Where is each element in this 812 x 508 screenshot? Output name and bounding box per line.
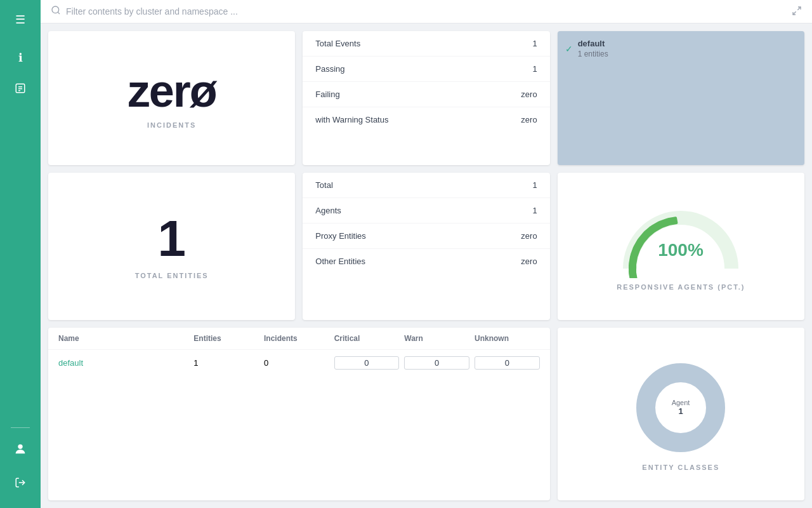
passing-label: Passing [315, 64, 344, 74]
dashboard: zerø INCIDENTS Total Events 1 Passing 1 … [41, 23, 812, 508]
table-row: Failing zero [303, 82, 549, 107]
user-avatar[interactable] [7, 436, 34, 465]
row-entities: 1 [193, 358, 259, 368]
proxy-label: Proxy Entities [315, 231, 365, 241]
namespace-entities: 1 entities [578, 50, 608, 58]
total-events-value: 1 [532, 39, 537, 48]
expand-icon[interactable] [792, 6, 802, 18]
gauge-chart: 100% [617, 202, 744, 278]
table-row: Total Events 1 [303, 31, 549, 57]
table-row: Agents 1 [303, 198, 549, 224]
sidebar-bottom [7, 422, 34, 500]
warning-value: zero [521, 115, 537, 124]
bottom-table-card: Name Entities Incidents Critical Warn Un… [48, 328, 550, 500]
svg-text:1: 1 [679, 406, 683, 416]
total-entities-number: 1 [157, 213, 186, 264]
entity-classes-card: Agent 1 ENTITY CLASSES [558, 328, 804, 500]
svg-line-9 [793, 11, 796, 15]
col-header-entities: Entities [193, 334, 259, 343]
incidents-label: INCIDENTS [147, 121, 196, 129]
row-unknown: 0 [475, 356, 540, 370]
svg-line-7 [58, 12, 60, 14]
row-critical: 0 [334, 356, 400, 370]
namespace-name: default [578, 39, 608, 48]
donut-chart: Agent 1 [630, 357, 731, 458]
total-entities-card: 1 TOTAL ENTITIES [48, 173, 295, 320]
row-name[interactable]: default [58, 358, 188, 368]
other-label: Other Entities [315, 257, 365, 266]
search-icon [51, 5, 61, 18]
namespace-item[interactable]: ✓ default 1 entities [565, 39, 797, 58]
incidents-card: zerø INCIDENTS [48, 31, 295, 165]
entity-breakdown-card: Total 1 Agents 1 Proxy Entities zero Oth… [303, 173, 549, 320]
namespace-info: default 1 entities [578, 39, 608, 58]
table-row: Total 1 [303, 173, 549, 198]
search-input[interactable] [66, 6, 787, 17]
col-header-incidents: Incidents [264, 334, 329, 343]
sidebar-divider [11, 427, 30, 428]
incidents-number: zerø [128, 68, 216, 114]
main-content: zerø INCIDENTS Total Events 1 Passing 1 … [41, 0, 812, 508]
responsive-agents-label: RESPONSIVE AGENTS (PCT.) [617, 283, 745, 291]
events-table-card: Total Events 1 Passing 1 Failing zero wi… [303, 31, 549, 165]
logout-icon[interactable] [8, 471, 32, 498]
row-incidents: 0 [264, 358, 329, 368]
svg-text:100%: 100% [658, 240, 704, 260]
passing-value: 1 [532, 64, 537, 74]
sidebar: ☰ ℹ [0, 0, 41, 508]
check-icon: ✓ [565, 44, 573, 54]
svg-point-4 [18, 444, 22, 449]
col-header-critical: Critical [334, 334, 400, 343]
other-value: zero [521, 257, 537, 266]
entity-classes-label: ENTITY CLASSES [642, 464, 719, 471]
total-value: 1 [532, 180, 537, 190]
svg-point-6 [52, 6, 59, 13]
total-label: Total [315, 180, 332, 190]
table-row: Proxy Entities zero [303, 224, 549, 249]
topbar [41, 0, 812, 23]
table-row: Other Entities zero [303, 249, 549, 274]
col-header-unknown: Unknown [475, 334, 540, 343]
total-events-label: Total Events [315, 39, 360, 48]
col-header-warn: Warn [404, 334, 469, 343]
svg-text:Agent: Agent [672, 399, 690, 406]
failing-value: zero [521, 90, 537, 99]
report-icon[interactable] [8, 76, 32, 104]
responsive-agents-card: 100% RESPONSIVE AGENTS (PCT.) [558, 173, 804, 320]
total-entities-label: TOTAL ENTITIES [135, 272, 209, 279]
svg-line-8 [797, 7, 801, 10]
table-row: Passing 1 [303, 57, 549, 82]
menu-icon[interactable]: ☰ [10, 8, 30, 32]
agents-value: 1 [532, 206, 537, 215]
row-warn: 0 [404, 356, 469, 370]
agents-label: Agents [315, 206, 341, 215]
table-row: with Warning Status zero [303, 107, 549, 132]
info-icon[interactable]: ℹ [12, 44, 29, 71]
warning-label: with Warning Status [315, 115, 388, 124]
failing-label: Failing [315, 90, 339, 99]
proxy-value: zero [521, 231, 537, 241]
col-header-name: Name [58, 334, 188, 343]
namespace-card: ✓ default 1 entities [558, 31, 804, 165]
